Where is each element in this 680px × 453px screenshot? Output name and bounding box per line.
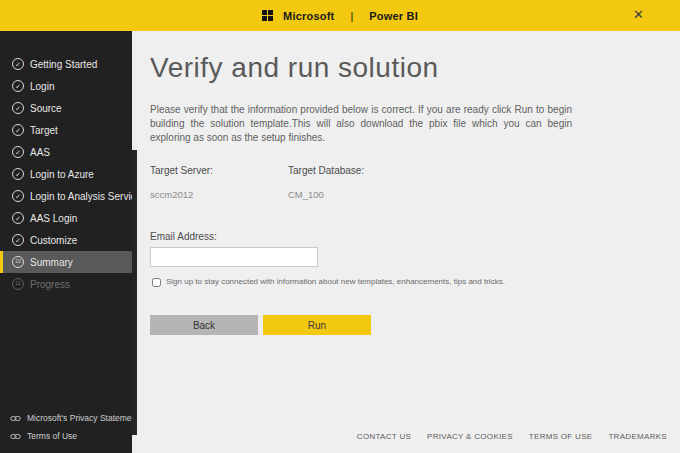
sidebar-link-label: Terms of Use	[27, 431, 77, 441]
sidebar-item-summary[interactable]: 10Summary	[0, 251, 132, 273]
email-input[interactable]	[150, 247, 318, 267]
sidebar-item-customize[interactable]: ✓Customize	[0, 229, 132, 251]
close-icon[interactable]: ✕	[633, 8, 644, 22]
sidebar-item-label: Source	[30, 103, 62, 114]
target-database-field: Target Database: CM_100	[288, 165, 426, 200]
sidebar-item-label: Summary	[30, 257, 73, 268]
sidebar-footer-links: Microsoft's Privacy StatementTerms of Us…	[0, 409, 132, 445]
sidebar-item-target[interactable]: ✓Target	[0, 119, 132, 141]
target-database-label: Target Database:	[288, 165, 426, 176]
email-block: Email Address:	[150, 231, 680, 267]
step-number-icon: 11	[12, 278, 24, 290]
check-circle-icon: ✓	[12, 190, 24, 202]
target-server-field: Target Server: sccm2012	[150, 165, 288, 200]
target-database-value: CM_100	[288, 189, 426, 200]
check-circle-icon: ✓	[12, 124, 24, 136]
footer-link-privacy-cookies[interactable]: PRIVACY & COOKIES	[427, 432, 513, 441]
sidebar-item-label: Login to Azure	[30, 169, 94, 180]
app-window: Microsoft | Power BI ✕ ✓Getting Started✓…	[0, 0, 680, 453]
signup-row: Sign up to stay connected with informati…	[150, 277, 680, 287]
footer-link-terms-of-use[interactable]: TERMS OF USE	[529, 432, 593, 441]
check-circle-icon: ✓	[12, 80, 24, 92]
main-content: Verify and run solution Please verify th…	[137, 31, 680, 453]
back-button[interactable]: Back	[150, 315, 258, 335]
sidebar-item-progress[interactable]: 11Progress	[0, 273, 132, 295]
sidebar-item-login-to-analysis-services[interactable]: ✓Login to Analysis Services	[0, 185, 132, 207]
sidebar-item-label: Customize	[30, 235, 77, 246]
sidebar-item-login[interactable]: ✓Login	[0, 75, 132, 97]
check-circle-icon: ✓	[12, 146, 24, 158]
sidebar: ✓Getting Started✓Login✓Source✓Target✓AAS…	[0, 31, 132, 453]
page-description: Please verify that the information provi…	[150, 103, 572, 145]
email-label: Email Address:	[150, 231, 680, 242]
step-number-icon: 10	[12, 256, 24, 268]
sidebar-item-label: Login to Analysis Services	[30, 191, 146, 202]
action-buttons: Back Run	[150, 315, 680, 335]
signup-checkbox[interactable]	[152, 278, 161, 287]
sidebar-item-label: Progress	[30, 279, 70, 290]
sidebar-item-login-to-azure[interactable]: ✓Login to Azure	[0, 163, 132, 185]
sidebar-link-terms-of-use[interactable]: Terms of Use	[0, 427, 132, 445]
brand-microsoft: Microsoft	[283, 10, 334, 22]
sidebar-item-source[interactable]: ✓Source	[0, 97, 132, 119]
brand-powerbi: Power BI	[369, 10, 418, 22]
sidebar-item-label: Login	[30, 81, 54, 92]
link-icon	[10, 432, 21, 441]
check-circle-icon: ✓	[12, 168, 24, 180]
check-circle-icon: ✓	[12, 234, 24, 246]
page-title: Verify and run solution	[150, 52, 680, 84]
check-circle-icon: ✓	[12, 212, 24, 224]
sidebar-item-label: AAS Login	[30, 213, 77, 224]
check-circle-icon: ✓	[12, 58, 24, 70]
brand-separator: |	[344, 10, 359, 22]
sidebar-link-microsoft-s-privacy-statement[interactable]: Microsoft's Privacy Statement	[0, 409, 132, 427]
target-server-label: Target Server:	[150, 165, 288, 176]
top-bar: Microsoft | Power BI ✕	[0, 0, 680, 31]
run-button[interactable]: Run	[263, 315, 371, 335]
step-list: ✓Getting Started✓Login✓Source✓Target✓AAS…	[0, 31, 132, 295]
sidebar-item-aas-login[interactable]: ✓AAS Login	[0, 207, 132, 229]
sidebar-item-label: Target	[30, 125, 58, 136]
footer: CONTACT USPRIVACY & COOKIESTERMS OF USET…	[357, 432, 667, 441]
sidebar-item-aas[interactable]: ✓AAS	[0, 141, 132, 163]
sidebar-item-label: Getting Started	[30, 59, 97, 70]
footer-link-contact-us[interactable]: CONTACT US	[357, 432, 411, 441]
brand: Microsoft | Power BI	[262, 10, 418, 22]
target-server-value: sccm2012	[150, 189, 288, 200]
sidebar-item-getting-started[interactable]: ✓Getting Started	[0, 53, 132, 75]
summary-fields: Target Server: sccm2012 Target Database:…	[150, 165, 680, 200]
signup-label: Sign up to stay connected with informati…	[166, 277, 505, 286]
microsoft-logo-icon	[262, 10, 273, 21]
footer-link-trademarks[interactable]: TRADEMARKS	[608, 432, 667, 441]
sidebar-item-label: AAS	[30, 147, 50, 158]
sidebar-link-label: Microsoft's Privacy Statement	[27, 413, 139, 423]
check-circle-icon: ✓	[12, 102, 24, 114]
link-icon	[10, 414, 21, 423]
